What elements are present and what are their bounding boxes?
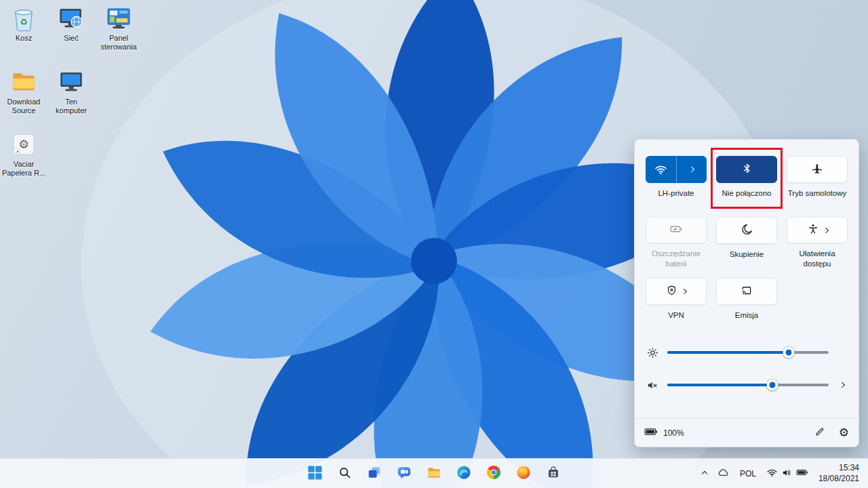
quick-settings-footer: 100% ⚙ (635, 418, 859, 447)
edit-quick-settings-button[interactable] (814, 426, 825, 440)
chat-button[interactable] (391, 460, 418, 487)
airplane-icon (811, 163, 823, 177)
language-code: POL (740, 469, 756, 479)
chevron-right-icon (688, 167, 694, 172)
battery-status-button[interactable]: 100% (644, 425, 684, 441)
time: 15:34 (839, 463, 859, 472)
volume-slider[interactable] (667, 384, 829, 386)
chrome-browser-icon (486, 465, 501, 482)
desktop-icon-label: Sieć (64, 34, 78, 43)
bluetooth-icon (741, 163, 753, 176)
edge-browser-icon (456, 465, 471, 482)
desktop-icon-label: Kosz (16, 34, 32, 43)
desktop-icon-vaciar-papelera[interactable]: ⚙ ↗ Vaciar Papelera R... (1, 130, 46, 177)
search-icon (338, 466, 352, 482)
footer-actions: ⚙ (814, 426, 849, 440)
wifi-tile-label: LH-private (658, 188, 694, 198)
network-icon (57, 4, 85, 33)
chevron-up-icon (702, 470, 707, 476)
vpn-shield-icon (666, 285, 677, 298)
microsoft-store-icon (546, 465, 561, 482)
recycle-bin-icon: ♻ (9, 4, 38, 33)
focus-assist-tile[interactable] (716, 217, 777, 244)
settings-gear-icon: ⚙ (839, 426, 849, 440)
svg-text:↗: ↗ (14, 149, 19, 155)
battery-saver-icon (669, 222, 683, 238)
speaker-muted-icon (646, 379, 659, 392)
accessibility-icon (807, 223, 819, 237)
date: 18/08/2021 (818, 474, 859, 483)
vpn-tile-label: VPN (668, 310, 684, 320)
cast-tile[interactable] (716, 278, 777, 305)
wifi-icon (646, 157, 676, 182)
settings-button[interactable]: ⚙ (839, 426, 849, 440)
quick-settings-panel: LH-private Nie połączono (634, 139, 859, 447)
onedrive-cloud-icon (717, 466, 730, 481)
accessibility-cell: Ułatwienia dostępu (787, 217, 848, 268)
task-view-button[interactable] (361, 460, 388, 487)
file-explorer-button[interactable] (420, 460, 448, 487)
brightness-slider-fill (667, 351, 789, 354)
store-button[interactable] (540, 460, 567, 487)
onedrive-button[interactable] (712, 462, 734, 486)
brightness-row (646, 339, 848, 366)
focus-tile-label: Skupienie (730, 249, 764, 259)
battery-icon (796, 466, 808, 481)
speaker-icon (781, 467, 793, 481)
desktop-icon-this-pc[interactable]: Ten komputer (49, 68, 94, 115)
language-indicator[interactable]: POL (735, 462, 761, 486)
clock-tray-button[interactable]: 15:34 18/08/2021 (814, 462, 864, 486)
volume-slider-thumb[interactable] (766, 380, 778, 391)
edge-button[interactable] (450, 460, 477, 487)
desktop-icon-download-source[interactable]: Download Source (1, 68, 46, 115)
firefox-button[interactable] (510, 460, 537, 487)
wifi-icon (766, 467, 778, 481)
file-explorer-icon (427, 465, 441, 482)
quick-settings-row-1: LH-private Nie połączono (646, 156, 848, 207)
vpn-tile[interactable] (646, 278, 707, 305)
cast-tile-label: Emisja (735, 310, 759, 320)
desktop-icon-network[interactable]: Sieć (49, 4, 94, 43)
cast-icon (741, 285, 753, 299)
desktop-icon-label: Panel sterowania (96, 34, 141, 51)
battery-percentage: 100% (663, 428, 684, 438)
edit-pencil-icon (814, 426, 825, 439)
desktop-icon-label: Ten komputer (49, 98, 94, 115)
volume-slider-fill (667, 384, 772, 386)
brightness-slider-thumb[interactable] (783, 347, 794, 359)
clock: 15:34 18/08/2021 (818, 463, 859, 484)
desktop-icon-control-panel[interactable]: Panel sterowania (96, 4, 141, 51)
airplane-tile-label: Tryb samolotowy (788, 188, 847, 198)
empty-cell (787, 278, 848, 329)
bluetooth-tile-label: Nie połączono (722, 188, 772, 198)
start-button[interactable] (301, 460, 328, 487)
audio-output-expand-button[interactable] (837, 383, 848, 387)
svg-text:⚙: ⚙ (18, 138, 29, 151)
show-hidden-icons-button[interactable] (698, 462, 711, 486)
chevron-right-icon (823, 228, 829, 233)
quick-settings-row-2: Oszczędzanie baterii Skupienie (646, 217, 848, 268)
airplane-mode-tile[interactable] (787, 156, 848, 183)
bluetooth-cell: Nie połączono (716, 156, 777, 207)
brightness-sun-icon (646, 346, 659, 359)
bluetooth-tile[interactable] (716, 156, 777, 183)
wifi-expand-chevron[interactable] (677, 157, 707, 182)
chrome-button[interactable] (480, 460, 507, 487)
task-view-icon (367, 465, 382, 482)
moon-icon (741, 224, 753, 237)
desktop-icon-label: Download Source (1, 98, 46, 115)
wifi-tile[interactable] (646, 156, 707, 183)
desktop-icon-recycle-bin[interactable]: ♻ Kosz (1, 4, 46, 43)
chevron-right-icon (840, 382, 845, 388)
accessibility-tile[interactable] (787, 217, 848, 243)
battery-saver-tile-label: Oszczędzanie baterii (646, 249, 707, 268)
brightness-slider[interactable] (667, 351, 829, 354)
airplane-cell: Tryb samolotowy (787, 156, 848, 207)
computer-icon (57, 68, 85, 96)
svg-text:♻: ♻ (20, 17, 28, 27)
quick-settings-row-3: VPN Emisja (646, 278, 848, 329)
search-button[interactable] (331, 460, 358, 487)
volume-row (646, 371, 848, 399)
quick-settings-tray-button[interactable] (762, 462, 813, 486)
battery-saver-tile[interactable] (646, 217, 707, 243)
